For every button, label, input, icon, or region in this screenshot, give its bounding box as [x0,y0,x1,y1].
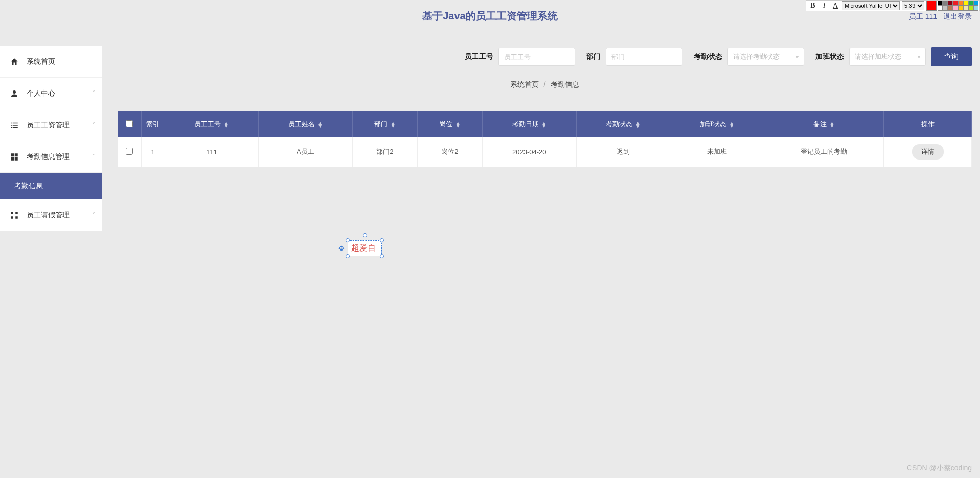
chevron-down-icon: ▾ [796,54,799,60]
font-family-select[interactable]: Microsoft YaHei UI [842,1,900,10]
sidebar-item-0[interactable]: 系统首页 [0,46,102,78]
cell-index: 1 [141,137,165,167]
move-handle-icon[interactable]: ✥ [338,244,345,253]
sort-icon: ▲▼ [541,122,546,128]
column-header[interactable]: 考勤状态 ▲▼ [576,111,670,137]
filter-overtime-select[interactable]: 请选择加班状态 ▾ [849,48,926,66]
color-swatch[interactable] [968,6,973,11]
sort-icon: ▲▼ [635,122,641,128]
search-button[interactable]: 查询 [931,47,972,66]
color-swatch[interactable] [953,1,958,6]
floating-text-annotation[interactable]: ✥ 超爱自 [348,240,382,256]
grid-icon [9,152,19,162]
column-header[interactable]: 员工姓名 ▲▼ [259,111,353,137]
svg-rect-4 [13,125,18,126]
column-header[interactable]: 部门 ▲▼ [352,111,417,137]
cell-emp-id: 111 [165,137,259,167]
column-header[interactable]: 加班状态 ▲▼ [670,111,764,137]
column-header[interactable]: 员工工号 ▲▼ [165,111,259,137]
font-color-button[interactable]: A [830,1,841,11]
resize-handle-icon[interactable] [380,254,384,258]
sidebar-item-4[interactable]: 员工请假管理˅ [0,199,102,231]
column-header[interactable]: 操作 [884,111,972,137]
filter-bar: 员工工号 部门 考勤状态 请选择考勤状态 ▾ 加班状态 请选择加班状态 ▾ 查询 [118,40,972,74]
bold-button[interactable]: B [807,1,818,11]
sidebar-item-1[interactable]: 个人中心˅ [0,78,102,109]
header-user-area: 员工 111 退出登录 [905,12,972,21]
color-swatch[interactable] [943,6,948,11]
cell-note: 登记员工的考勤 [764,137,884,167]
color-swatch[interactable] [943,1,948,6]
color-swatch[interactable] [953,6,958,11]
svg-rect-2 [13,122,18,123]
svg-rect-10 [15,157,18,160]
color-swatch[interactable] [973,1,978,6]
home-icon [9,57,19,67]
color-swatch[interactable] [958,6,963,11]
external-editor-toolbar: B I A Microsoft YaHei UI 5.39 [806,0,980,11]
detail-button[interactable]: 详情 [912,144,944,160]
sidebar-item-label: 考勤信息管理 [27,152,70,162]
sidebar-item-label: 系统首页 [27,57,55,66]
filter-emp-id-input[interactable] [498,48,575,66]
color-swatch[interactable] [973,6,978,11]
font-size-select[interactable]: 5.39 [902,1,924,10]
logout-link[interactable]: 退出登录 [943,12,972,20]
filter-attendance-placeholder: 请选择考勤状态 [733,52,780,61]
color-swatch[interactable] [963,6,968,11]
filter-overtime-label: 加班状态 [815,52,844,61]
chevron-up-icon: ˄ [92,153,95,161]
svg-rect-13 [11,216,13,219]
chevron-down-icon: ▾ [918,54,920,60]
filter-dept-input[interactable] [606,48,682,66]
filter-attendance-select[interactable]: 请选择考勤状态 ▾ [727,48,804,66]
current-user-label[interactable]: 员工 111 [909,12,937,20]
resize-handle-icon[interactable] [346,254,350,258]
column-header[interactable]: 岗位 ▲▼ [417,111,482,137]
resize-handle-icon[interactable] [380,238,384,242]
cell-date: 2023-04-20 [482,137,576,167]
annotation-text: 超爱自 [351,243,376,252]
color-swatch[interactable] [963,1,968,6]
svg-rect-5 [11,127,12,128]
resize-handle-icon[interactable] [346,238,350,242]
data-table: 索引员工工号 ▲▼员工姓名 ▲▼部门 ▲▼岗位 ▲▼考勤日期 ▲▼考勤状态 ▲▼… [118,111,972,167]
breadcrumb-home[interactable]: 系统首页 [510,80,539,88]
column-header[interactable]: 索引 [141,111,165,137]
select-all-checkbox[interactable] [126,120,133,127]
color-swatch[interactable] [958,1,963,6]
sidebar-item-label: 员工工资管理 [27,121,70,130]
breadcrumb-separator: / [544,80,546,88]
chevron-down-icon: ˅ [92,122,95,129]
sidebar-item-3[interactable]: 考勤信息管理˄ [0,141,102,173]
filter-dept-label: 部门 [586,52,601,61]
sort-icon: ▲▼ [224,122,229,128]
sidebar-item-label: 员工请假管理 [27,211,70,220]
sort-icon: ▲▼ [829,122,834,128]
resize-handle-icon[interactable] [363,233,367,237]
sidebar-item-label: 个人中心 [27,89,55,98]
color-swatch[interactable] [968,1,973,6]
table-row: 1111A员工部门2岗位22023-04-20迟到未加班登记员工的考勤详情 [118,137,972,167]
cell-post: 岗位2 [417,137,482,167]
sidebar-item-2[interactable]: 员工工资管理˅ [0,109,102,141]
svg-point-0 [13,90,16,94]
column-header[interactable]: 考勤日期 ▲▼ [482,111,576,137]
sidebar-subitem-active[interactable]: 考勤信息 [0,173,102,199]
color-swatch[interactable] [938,6,943,11]
breadcrumb-current: 考勤信息 [551,80,579,88]
annotation-text-box[interactable]: 超爱自 [348,240,382,256]
row-checkbox[interactable] [126,148,133,155]
filter-overtime-placeholder: 请选择加班状态 [855,52,901,61]
filter-emp-id-label: 员工工号 [465,52,493,61]
svg-rect-1 [11,122,12,123]
svg-rect-6 [13,127,18,128]
current-color-swatch[interactable] [926,1,937,11]
color-swatch[interactable] [938,1,943,6]
italic-button[interactable]: I [818,1,830,11]
color-swatch[interactable] [948,1,953,6]
list-icon [9,120,19,130]
sort-icon: ▲▼ [317,122,323,128]
column-header[interactable]: 备注 ▲▼ [764,111,884,137]
color-swatch[interactable] [948,6,953,11]
